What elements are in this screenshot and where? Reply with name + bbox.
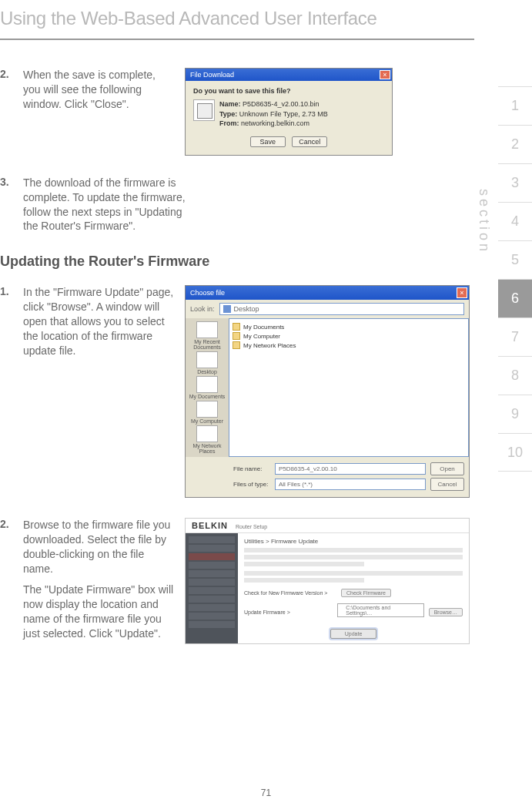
check-firmware-label: Check for New Firmware Version > [244, 590, 336, 596]
sidebar-item[interactable] [189, 587, 235, 594]
update-button[interactable]: Update [330, 629, 377, 639]
section-nav: 1 2 3 4 5 6 7 8 9 10 [498, 86, 532, 472]
screenshot-choose-file-dialog: Choose file × Look in: Desktop My Recent… [185, 285, 474, 498]
section-tab-5[interactable]: 5 [498, 240, 532, 279]
step-b-2: 2. Browse to the firmware file you downl… [0, 518, 474, 644]
cancel-button[interactable]: Cancel [430, 478, 464, 491]
name-label: Name: [219, 100, 241, 108]
place-desktop[interactable]: Desktop [196, 351, 218, 374]
file-list[interactable]: My Documents My Computer My Network Plac… [229, 318, 469, 457]
step-number: 2. [0, 68, 23, 156]
lookin-value: Desktop [234, 305, 259, 313]
filename-label: File name: [233, 465, 270, 472]
step-number: 1. [0, 285, 23, 498]
subheading-updating-firmware: Updating the Router's Firmware [0, 254, 474, 270]
router-sidebar [186, 533, 238, 643]
list-item[interactable]: My Network Places [233, 341, 465, 350]
sidebar-item[interactable] [189, 621, 235, 628]
desktop-icon [223, 305, 231, 313]
step-text: When the save is complete, you will see … [23, 68, 185, 156]
section-tab-7[interactable]: 7 [498, 317, 532, 356]
name-value: P5D8635-4_v2.00.10.bin [243, 100, 320, 108]
section-label: section [476, 189, 492, 254]
section-tab-6[interactable]: 6 [498, 279, 532, 317]
sidebar-item[interactable] [189, 579, 235, 586]
place-recent[interactable]: My Recent Documents [186, 321, 229, 350]
filename-input[interactable]: P5D8635-4_v2.00.10 [275, 463, 426, 475]
sidebar-item[interactable] [189, 613, 235, 620]
step-number: 2. [0, 518, 23, 644]
dialog-question: Do you want to save this file? [193, 87, 384, 95]
file-download-dialog: File Download × Do you want to save this… [185, 68, 393, 156]
section-tab-3[interactable]: 3 [498, 163, 532, 202]
folder-icon [233, 323, 240, 331]
section-tab-4[interactable]: 4 [498, 202, 532, 240]
step-text: Browse to the firmware file you download… [23, 518, 185, 644]
screenshot-file-download-dialog: File Download × Do you want to save this… [185, 68, 474, 156]
lookin-dropdown[interactable]: Desktop [219, 303, 464, 315]
choose-file-dialog: Choose file × Look in: Desktop My Recent… [185, 285, 470, 498]
filetype-dropdown[interactable]: All Files (*.*) [275, 479, 426, 490]
cancel-button[interactable]: Cancel [292, 136, 327, 147]
sidebar-item[interactable] [189, 536, 235, 543]
place-mycomputer[interactable]: My Computer [191, 401, 223, 424]
filetype-label: Files of type: [233, 481, 270, 488]
breadcrumb: Utilities > Firmware Update [244, 538, 463, 545]
section-tab-8[interactable]: 8 [498, 356, 532, 395]
type-value: Unknown File Type, 2.73 MB [239, 110, 328, 118]
type-label: Type: [219, 110, 237, 118]
page-number: 71 [0, 788, 532, 798]
step-number: 3. [0, 176, 23, 234]
open-button[interactable]: Open [430, 462, 464, 475]
check-firmware-button[interactable]: Check Firmware [341, 589, 391, 597]
step-text: In the "Firmware Update" page, click "Br… [23, 285, 185, 498]
dialog-title: File Download [190, 71, 234, 79]
section-tab-1[interactable]: 1 [498, 86, 532, 125]
router-setup-page: BELKIN Router Setup [185, 518, 470, 644]
sidebar-item-active[interactable] [189, 553, 235, 560]
list-item[interactable]: My Documents [233, 322, 465, 331]
sidebar-item[interactable] [189, 562, 235, 569]
dialog-title: Choose file [190, 289, 225, 297]
sidebar-item[interactable] [189, 596, 235, 603]
browse-button[interactable]: Browse… [429, 608, 463, 616]
section-tab-9[interactable]: 9 [498, 395, 532, 433]
places-bar: My Recent Documents Desktop My Documents… [186, 318, 229, 457]
update-firmware-label: Update Firmware > [244, 610, 333, 615]
lookin-label: Look in: [190, 305, 215, 313]
page-title: Using the Web-Based Advanced User Interf… [0, 0, 474, 40]
step-a-3: 3. The download of the firmware is compl… [0, 176, 474, 234]
firmware-path-input[interactable]: C:\Documents and Settings\… [337, 603, 423, 617]
place-mydocs[interactable]: My Documents [189, 376, 226, 399]
screenshot-router-setup: BELKIN Router Setup [185, 518, 474, 644]
sidebar-item[interactable] [189, 570, 235, 577]
section-tab-2[interactable]: 2 [498, 125, 532, 163]
brand-sub: Router Setup [236, 524, 267, 529]
close-icon[interactable]: × [380, 70, 390, 79]
close-icon[interactable]: × [457, 287, 467, 298]
sidebar-item[interactable] [189, 545, 235, 552]
save-button[interactable]: Save [250, 136, 286, 147]
brand-label: BELKIN [192, 521, 228, 530]
list-item[interactable]: My Computer [233, 331, 465, 341]
sidebar-item[interactable] [189, 604, 235, 611]
place-network[interactable]: My Network Places [186, 425, 229, 454]
from-label: From: [219, 119, 239, 127]
folder-icon [233, 341, 240, 349]
step-text: The download of the firmware is complete… [23, 176, 200, 234]
folder-icon [233, 332, 240, 340]
file-icon [193, 99, 219, 129]
step-b-1: 1. In the "Firmware Update" page, click … [0, 285, 474, 498]
from-value: networking.belkin.com [241, 119, 309, 127]
section-tab-10[interactable]: 10 [498, 433, 532, 472]
step-a-2: 2. When the save is complete, you will s… [0, 68, 474, 156]
